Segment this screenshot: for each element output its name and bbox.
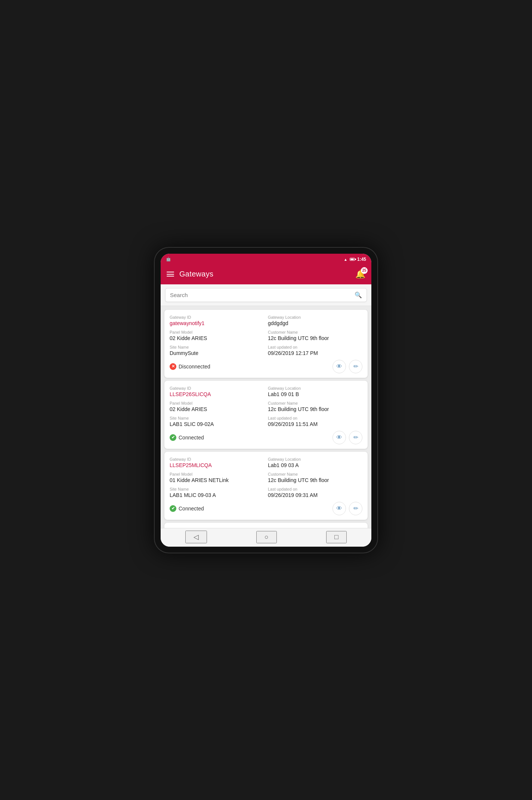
gateway-card: Gateway ID LLSEP25MLICQA Gateway Locatio… bbox=[164, 452, 368, 520]
home-button[interactable]: ○ bbox=[256, 531, 277, 543]
card-actions: 👁 ✏ bbox=[332, 502, 362, 515]
edit-button[interactable]: ✏ bbox=[349, 502, 362, 515]
site-name-label: Site Name bbox=[170, 487, 264, 491]
customer-name-label: Customer Name bbox=[268, 401, 362, 405]
notification-badge: 25 bbox=[361, 267, 368, 274]
gateway-location-value: Lab1 09 01 B bbox=[268, 391, 362, 397]
status-bar-right: 1:45 bbox=[344, 257, 366, 262]
panel-model-label: Panel Model bbox=[170, 472, 264, 476]
edit-button[interactable]: ✏ bbox=[349, 360, 362, 373]
customer-name-field: Customer Name 12c Building UTC 9th floor bbox=[268, 401, 362, 412]
gateway-location-field: Gateway Location gddgdgd bbox=[268, 315, 362, 326]
status-indicator: ✔ Connected bbox=[170, 505, 204, 512]
status-label: Connected bbox=[179, 506, 204, 512]
panel-model-value: 01 Kidde ARIES NETLink bbox=[170, 477, 264, 483]
card-row-3: Site Name LAB1 SLIC 09-02A Last updated … bbox=[170, 416, 362, 427]
site-name-field: Site Name LAB1 SLIC 09-02A bbox=[170, 416, 264, 427]
site-name-value: LAB1 SLIC 09-02A bbox=[170, 421, 264, 427]
card-actions: 👁 ✏ bbox=[332, 360, 362, 373]
app-bar: Gateways 🔔 25 bbox=[161, 264, 371, 284]
site-name-label: Site Name bbox=[170, 416, 264, 420]
gateway-id-field: Gateway ID LLSEP25MLICQA bbox=[170, 457, 264, 468]
last-updated-label: Last updated on bbox=[268, 416, 362, 420]
card-row-2: Panel Model 01 Kidde ARIES NETLink Custo… bbox=[170, 472, 362, 483]
search-container: 🔍 bbox=[161, 284, 371, 306]
status-label: Disconnected bbox=[179, 364, 210, 370]
gateway-id-label: Gateway ID bbox=[170, 457, 264, 461]
edit-button[interactable]: ✏ bbox=[349, 431, 362, 444]
card-row-1: Gateway ID LLSEP25MLICQA Gateway Locatio… bbox=[170, 457, 362, 468]
navigation-bar: ◁ ○ □ bbox=[161, 528, 371, 547]
device-screen: 🤖 1:45 Gateways 🔔 25 bbox=[161, 254, 371, 547]
card-row-1: Gateway ID LLSEP26SLICQA Gateway Locatio… bbox=[170, 386, 362, 397]
gateway-location-field: Gateway Location Lab1 09 01 B bbox=[268, 386, 362, 397]
panel-model-field: Panel Model 02 Kidde ARIES bbox=[170, 330, 264, 341]
site-name-field: Site Name DummySute bbox=[170, 345, 264, 356]
last-updated-field: Last updated on 09/26/2019 09:31 AM bbox=[268, 487, 362, 498]
gateway-location-label: Gateway Location bbox=[268, 315, 362, 319]
panel-model-value: 02 Kidde ARIES bbox=[170, 335, 264, 341]
customer-name-value: 12c Building UTC 9th floor bbox=[268, 335, 362, 341]
site-name-field: Site Name LAB1 MLIC 09-03 A bbox=[170, 487, 264, 498]
status-indicator: ✕ Disconnected bbox=[170, 363, 210, 370]
android-icon: 🤖 bbox=[166, 257, 171, 262]
last-updated-field: Last updated on 09/26/2019 11:51 AM bbox=[268, 416, 362, 427]
status-bar: 🤖 1:45 bbox=[161, 254, 371, 264]
gateway-location-label: Gateway Location bbox=[268, 386, 362, 390]
card-footer: ✔ Connected 👁 ✏ bbox=[170, 502, 362, 515]
last-updated-value: 09/26/2019 09:31 AM bbox=[268, 492, 362, 498]
customer-name-label: Customer Name bbox=[268, 330, 362, 334]
status-bar-left: 🤖 bbox=[166, 257, 171, 262]
card-footer: ✕ Disconnected 👁 ✏ bbox=[170, 360, 362, 373]
panel-model-field: Panel Model 01 Kidde ARIES NETLink bbox=[170, 472, 264, 483]
search-icon[interactable]: 🔍 bbox=[355, 291, 362, 299]
last-updated-value: 09/26/2019 12:17 PM bbox=[268, 350, 362, 356]
view-button[interactable]: 👁 bbox=[332, 360, 346, 373]
panel-model-value: 02 Kidde ARIES bbox=[170, 406, 264, 412]
panel-model-label: Panel Model bbox=[170, 330, 264, 334]
gateway-id-value: gatewaynotify1 bbox=[170, 320, 264, 326]
last-updated-field: Last updated on 09/26/2019 12:17 PM bbox=[268, 345, 362, 356]
recents-button[interactable]: □ bbox=[326, 531, 347, 543]
page-title: Gateways bbox=[179, 270, 213, 278]
status-dot-connected: ✔ bbox=[170, 505, 176, 512]
gateway-id-label: Gateway ID bbox=[170, 315, 264, 319]
panel-model-field: Panel Model 02 Kidde ARIES bbox=[170, 401, 264, 412]
search-bar: 🔍 bbox=[165, 288, 367, 302]
status-dot-disconnected: ✕ bbox=[170, 363, 176, 370]
customer-name-field: Customer Name 12c Building UTC 9th floor bbox=[268, 472, 362, 483]
view-button[interactable]: 👁 bbox=[332, 502, 346, 515]
gateway-id-label: Gateway ID bbox=[170, 386, 264, 390]
gateway-id-field: Gateway ID LLSEP26SLICQA bbox=[170, 386, 264, 397]
gateway-card-partial: Gateway ID LLSEP25SLICQA Gateway Locatio… bbox=[164, 523, 368, 528]
card-row-2: Panel Model 02 Kidde ARIES Customer Name… bbox=[170, 330, 362, 341]
gateway-location-label: Gateway Location bbox=[268, 457, 362, 461]
status-time: 1:45 bbox=[357, 257, 366, 262]
notification-button[interactable]: 🔔 25 bbox=[355, 269, 365, 279]
view-button[interactable]: 👁 bbox=[332, 431, 346, 444]
card-row-2: Panel Model 02 Kidde ARIES Customer Name… bbox=[170, 401, 362, 412]
site-name-value: DummySute bbox=[170, 350, 264, 356]
card-row-3: Site Name LAB1 MLIC 09-03 A Last updated… bbox=[170, 487, 362, 498]
gateway-location-value: Lab1 09 03 A bbox=[268, 462, 362, 468]
battery-icon bbox=[350, 258, 355, 261]
customer-name-value: 12c Building UTC 9th floor bbox=[268, 406, 362, 412]
status-indicator: ✔ Connected bbox=[170, 434, 204, 441]
wifi-icon bbox=[344, 257, 347, 262]
status-label: Connected bbox=[179, 435, 204, 441]
panel-model-label: Panel Model bbox=[170, 401, 264, 405]
last-updated-label: Last updated on bbox=[268, 345, 362, 349]
gateway-location-field: Gateway Location Lab1 09 03 A bbox=[268, 457, 362, 468]
last-updated-label: Last updated on bbox=[268, 487, 362, 491]
customer-name-value: 12c Building UTC 9th floor bbox=[268, 477, 362, 483]
card-row-3: Site Name DummySute Last updated on 09/2… bbox=[170, 345, 362, 356]
site-name-value: LAB1 MLIC 09-03 A bbox=[170, 492, 264, 498]
back-button[interactable]: ◁ bbox=[185, 531, 207, 543]
content-area: Gateway ID gatewaynotify1 Gateway Locati… bbox=[161, 306, 371, 528]
site-name-label: Site Name bbox=[170, 345, 264, 349]
menu-button[interactable] bbox=[167, 272, 174, 277]
gateway-id-field: Gateway ID gatewaynotify1 bbox=[170, 315, 264, 326]
search-input[interactable] bbox=[170, 292, 355, 298]
customer-name-field: Customer Name 12c Building UTC 9th floor bbox=[268, 330, 362, 341]
gateway-id-value: LLSEP26SLICQA bbox=[170, 391, 264, 397]
